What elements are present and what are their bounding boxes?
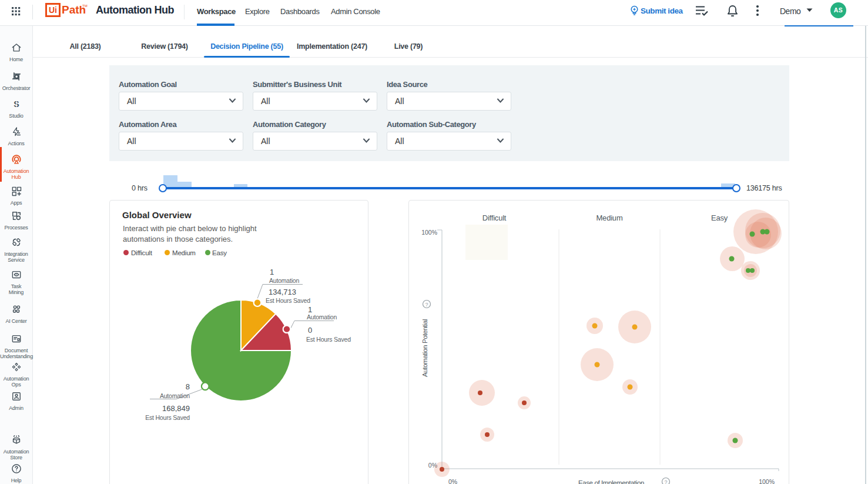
svg-text:Est Hours Saved: Est Hours Saved <box>266 297 310 304</box>
svg-text:Easy: Easy <box>711 213 728 222</box>
svg-text:0%: 0% <box>448 478 457 484</box>
svg-text:?: ? <box>664 479 667 484</box>
svg-text:8: 8 <box>186 382 190 391</box>
svg-text:1: 1 <box>308 305 312 314</box>
svg-text:Est Hours Saved: Est Hours Saved <box>306 336 351 343</box>
svg-text:Est Hours Saved: Est Hours Saved <box>145 414 190 421</box>
svg-text:Automation: Automation <box>307 313 337 321</box>
svg-text:0: 0 <box>308 326 312 335</box>
svg-text:134,713: 134,713 <box>269 288 296 296</box>
svg-text:168,849: 168,849 <box>162 404 190 413</box>
svg-text:Ease of Implementation: Ease of Implementation <box>578 479 644 484</box>
svg-text:1: 1 <box>270 268 274 276</box>
svg-text:100%: 100% <box>759 478 775 484</box>
svg-text:?: ? <box>425 302 428 308</box>
svg-text:Medium: Medium <box>596 213 622 222</box>
svg-text:Automation: Automation <box>269 277 299 284</box>
svg-text:Automation Potential: Automation Potential <box>421 319 428 377</box>
svg-text:100%: 100% <box>421 229 437 236</box>
svg-text:Automation: Automation <box>160 392 190 399</box>
svg-text:Difficult: Difficult <box>482 213 507 222</box>
